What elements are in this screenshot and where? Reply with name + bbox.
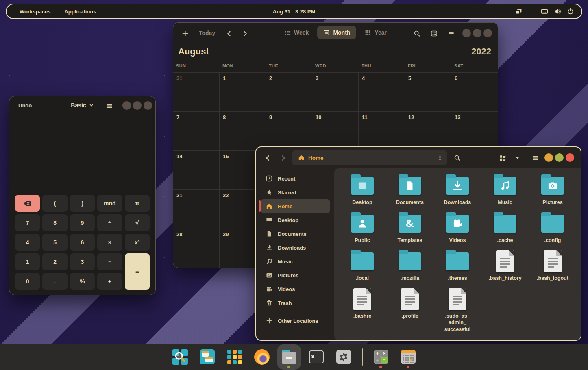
window-button[interactable] xyxy=(483,29,492,37)
folder-item[interactable]: Videos xyxy=(434,212,481,250)
folder-item[interactable]: Public xyxy=(339,212,386,250)
close-button[interactable] xyxy=(566,153,574,162)
windows-icon[interactable] xyxy=(515,8,522,15)
dock-app-grid-icon[interactable] xyxy=(226,345,244,369)
file-item[interactable]: .bashrc xyxy=(339,287,386,333)
dock-workspaces-overview-icon[interactable] xyxy=(198,345,216,369)
file-item[interactable]: .sudo_as_ admin_ successful xyxy=(434,287,481,333)
view-toggle-icon[interactable] xyxy=(499,155,506,161)
view-switch-week[interactable]: Week xyxy=(278,26,315,39)
folder-item[interactable]: .cache xyxy=(481,212,529,250)
folder-item[interactable]: Desktop xyxy=(339,174,386,212)
menu-icon[interactable] xyxy=(532,155,539,161)
calc-key-1[interactable]: 1 xyxy=(15,253,40,270)
dock-calculator-icon[interactable]: +×÷= xyxy=(372,345,390,369)
calendar-day-cell[interactable]: 13 xyxy=(451,111,498,150)
view-switch-year[interactable]: Year xyxy=(359,26,393,39)
calendar-day-cell[interactable]: 14 xyxy=(173,150,220,189)
sidebar-item-other-locations[interactable]: Other Locations xyxy=(260,314,330,328)
kebab-menu-icon[interactable] xyxy=(437,155,443,161)
workspaces-menu[interactable]: Workspaces xyxy=(20,9,50,15)
mode-dropdown[interactable]: Basic xyxy=(71,102,94,109)
folder-item[interactable]: Documents xyxy=(386,174,434,212)
sidebar-item-documents[interactable]: Documents xyxy=(260,227,330,241)
back-icon[interactable] xyxy=(264,155,271,161)
calc-key-5[interactable]: 5 xyxy=(42,234,67,251)
calc-key-9[interactable]: 9 xyxy=(70,214,95,231)
folder-item[interactable]: Downloads xyxy=(434,174,481,212)
view-switch-month[interactable]: Month xyxy=(317,26,356,39)
backspace-key[interactable] xyxy=(15,195,40,212)
search-icon[interactable] xyxy=(414,30,420,37)
calculator-headerbar[interactable]: Undo Basic xyxy=(9,96,155,115)
file-item[interactable]: .profile xyxy=(386,287,434,333)
equals-key[interactable]: = xyxy=(125,253,150,290)
next-month-icon[interactable] xyxy=(242,30,248,37)
calc-key-4[interactable]: 4 xyxy=(15,234,40,251)
calendar-day-cell[interactable]: 5 xyxy=(405,72,451,111)
dock-settings-icon[interactable] xyxy=(335,345,353,369)
calendar-day-cell[interactable]: 31 xyxy=(173,72,220,111)
keyboard-icon[interactable] xyxy=(541,8,548,15)
dock-file-manager-icon[interactable] xyxy=(280,345,298,369)
dock-terminal-icon[interactable]: $_ xyxy=(307,345,325,369)
window-button[interactable] xyxy=(462,29,471,37)
calc-key-×[interactable]: × xyxy=(97,234,122,251)
folder-item[interactable]: .themes xyxy=(434,250,481,287)
search-icon[interactable] xyxy=(454,155,461,161)
window-button[interactable] xyxy=(133,101,142,110)
calc-key-.[interactable]: . xyxy=(42,273,67,290)
sidebar-item-trash[interactable]: Trash xyxy=(260,296,330,310)
calc-key-3[interactable]: 3 xyxy=(70,253,95,270)
calendar-day-cell[interactable]: 11 xyxy=(359,111,405,150)
power-icon[interactable] xyxy=(567,8,574,15)
calc-key-7[interactable]: 7 xyxy=(15,214,40,231)
dock-firefox-icon[interactable] xyxy=(253,345,271,369)
calc-key-([interactable]: ( xyxy=(42,195,67,212)
files-headerbar[interactable]: Home xyxy=(256,147,581,168)
calendar-day-cell[interactable]: 9 xyxy=(266,111,312,150)
sidebar-item-desktop[interactable]: Desktop xyxy=(260,213,330,227)
calc-key-x²[interactable]: x² xyxy=(125,234,150,251)
calendar-day-cell[interactable]: 4 xyxy=(359,72,405,111)
folder-item[interactable]: .config xyxy=(529,212,577,250)
forward-icon[interactable] xyxy=(280,155,287,161)
file-item[interactable]: .bash_logout xyxy=(529,250,577,287)
calc-key-6[interactable]: 6 xyxy=(70,234,95,251)
sidebar-item-pictures[interactable]: Pictures xyxy=(260,268,330,282)
calendar-day-cell[interactable]: 10 xyxy=(312,111,359,150)
folder-item[interactable]: Pictures xyxy=(529,174,577,212)
menu-icon[interactable] xyxy=(106,102,113,109)
calc-key-)[interactable]: ) xyxy=(70,195,95,212)
calc-key-8[interactable]: 8 xyxy=(42,214,67,231)
new-event-icon[interactable] xyxy=(182,30,189,37)
calc-key-%[interactable]: % xyxy=(70,273,95,290)
calc-key-π[interactable]: π xyxy=(125,195,150,212)
sidebar-item-videos[interactable]: Videos xyxy=(260,282,330,296)
calendar-day-cell[interactable]: 28 xyxy=(173,229,220,268)
window-button[interactable] xyxy=(144,101,152,110)
folder-item[interactable]: .local xyxy=(339,250,386,287)
calc-key-2[interactable]: 2 xyxy=(42,253,67,270)
calendar-day-cell[interactable]: 8 xyxy=(220,111,266,150)
calendar-day-cell[interactable]: 6 xyxy=(451,72,498,111)
prev-month-icon[interactable] xyxy=(226,30,233,37)
view-options-caret-icon[interactable] xyxy=(515,155,520,161)
calc-key-+[interactable]: + xyxy=(97,273,122,290)
undo-button[interactable]: Undo xyxy=(18,102,32,109)
calc-key-0[interactable]: 0 xyxy=(15,273,40,290)
calc-key-−[interactable]: − xyxy=(97,253,122,270)
applications-menu[interactable]: Applications xyxy=(64,9,96,15)
dock-seeker-icon[interactable] xyxy=(171,345,189,369)
window-button[interactable] xyxy=(473,29,481,37)
calc-key-√[interactable]: √ xyxy=(125,214,150,231)
folder-item[interactable]: &Templates xyxy=(386,212,434,250)
minimize-button[interactable] xyxy=(544,153,553,162)
sidebar-item-downloads[interactable]: Downloads xyxy=(260,241,330,255)
calc-key-÷[interactable]: ÷ xyxy=(97,214,122,231)
sidebar-item-recent[interactable]: Recent xyxy=(260,172,330,185)
today-button[interactable]: Today xyxy=(199,30,215,36)
maximize-button[interactable] xyxy=(555,153,564,162)
sidebar-item-home[interactable]: Home xyxy=(260,199,330,213)
clock[interactable]: Aug 31 3:28 PM xyxy=(273,9,315,15)
